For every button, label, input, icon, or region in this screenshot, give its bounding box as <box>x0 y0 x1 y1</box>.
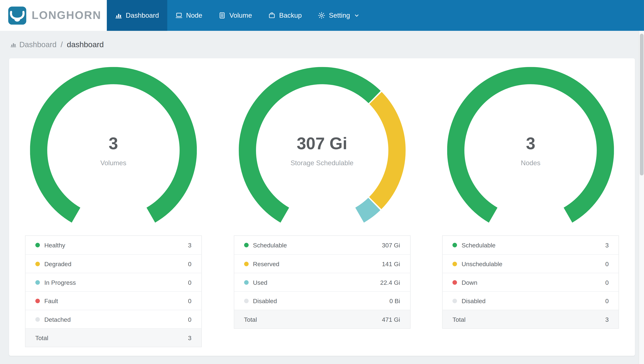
legend-label: Unschedulable <box>462 260 605 267</box>
legend-row: Degraded0 <box>25 254 201 273</box>
legend-row: Fault0 <box>25 291 201 310</box>
breadcrumb-separator: / <box>61 40 63 49</box>
gear-icon <box>318 12 325 19</box>
legend-value: 22.4 Gi <box>380 279 400 286</box>
legend-row: Unschedulable0 <box>443 254 618 273</box>
scrollbar-thumb[interactable] <box>640 34 643 176</box>
gauge-segment-healthy <box>39 76 188 215</box>
total-label: Total <box>35 334 188 341</box>
legend-dot <box>35 280 40 284</box>
legend-value: 141 Gi <box>382 260 400 267</box>
nav-item-label: Backup <box>279 12 302 19</box>
nav-item-volume[interactable]: Volume <box>210 0 260 31</box>
bar-chart-icon <box>115 12 122 19</box>
legend-row: Disabled0 Bi <box>234 291 410 310</box>
gauge-nodes: 3Nodes <box>447 67 614 234</box>
bar-chart-icon <box>10 42 16 48</box>
nav-item-label: Setting <box>329 12 350 19</box>
legend-dot <box>35 317 40 322</box>
legend-dot <box>35 243 40 248</box>
legend-total-row: Total3 <box>443 310 618 328</box>
legend-value: 0 <box>188 316 192 323</box>
gauge-segment-used <box>359 204 374 215</box>
nav-item-label: Dashboard <box>126 12 159 19</box>
nav-item-node[interactable]: Node <box>167 0 210 31</box>
node-icon <box>175 12 182 19</box>
legend-dot <box>35 298 40 303</box>
legend-total-row: Total471 Gi <box>234 310 410 328</box>
legend-label: Degraded <box>44 260 188 267</box>
legend-value: 0 <box>188 297 192 304</box>
total-value: 3 <box>605 316 609 323</box>
legend-table-volumes: Healthy3Degraded0In Progress0Fault0Detac… <box>25 236 202 347</box>
legend-value: 0 <box>188 260 192 267</box>
legend-row: Schedulable3 <box>443 236 618 254</box>
gauge-storage-schedulable: 307 GiStorage Schedulable <box>238 67 406 234</box>
legend-row: Reserved141 Gi <box>234 254 410 273</box>
legend-value: 3 <box>605 242 609 248</box>
legend-value: 307 Gi <box>382 242 400 248</box>
legend-row: Used22.4 Gi <box>234 273 410 291</box>
legend-value: 0 <box>605 279 609 286</box>
legend-label: Healthy <box>44 242 188 248</box>
main-nav: DashboardNodeVolumeBackupSetting <box>107 0 644 31</box>
nav-item-label: Volume <box>230 12 252 19</box>
gauge-panel-volumes: 3VolumesHealthy3Degraded0In Progress0Fau… <box>9 67 218 356</box>
gauge-segment-schedulable <box>247 76 374 215</box>
legend-row: Detached0 <box>25 310 201 328</box>
legend-label: Down <box>462 279 605 286</box>
scrollbar[interactable] <box>639 31 644 364</box>
legend-table-nodes: Schedulable3Unschedulable0Down0Disabled0… <box>442 236 619 329</box>
nav-item-label: Node <box>186 12 202 19</box>
legend-dot <box>452 280 457 284</box>
gauge-panel-storage-schedulable: 307 GiStorage SchedulableSchedulable307 … <box>218 67 426 356</box>
legend-row: Down0 <box>443 273 618 291</box>
nav-item-setting[interactable]: Setting <box>310 0 367 31</box>
top-bar: LONGHORN DashboardNodeVolumeBackupSettin… <box>0 0 644 31</box>
legend-label: In Progress <box>44 279 188 286</box>
nav-item-dashboard[interactable]: Dashboard <box>107 0 167 31</box>
legend-row: Disabled0 <box>443 291 618 310</box>
legend-label: Disabled <box>462 297 605 304</box>
breadcrumb: Dashboard / dashboard <box>0 31 644 58</box>
total-value: 3 <box>188 334 192 341</box>
longhorn-bull-icon <box>8 6 26 24</box>
legend-dot <box>244 262 248 266</box>
legend-table-storage-schedulable: Schedulable307 GiReserved141 GiUsed22.4 … <box>234 236 410 329</box>
legend-dot <box>452 243 457 248</box>
legend-dot <box>452 298 457 303</box>
legend-dot <box>35 262 40 266</box>
breadcrumb-root[interactable]: Dashboard <box>19 40 56 49</box>
nav-item-backup[interactable]: Backup <box>260 0 310 31</box>
legend-value: 0 <box>188 279 192 286</box>
legend-label: Reserved <box>253 260 382 267</box>
legend-value: 0 <box>605 260 609 267</box>
gauge-panel-nodes: 3NodesSchedulable3Unschedulable0Down0Dis… <box>426 67 635 356</box>
total-label: Total <box>452 316 605 323</box>
logo[interactable]: LONGHORN <box>0 0 107 31</box>
legend-label: Used <box>253 279 380 286</box>
legend-row: Schedulable307 Gi <box>234 236 410 254</box>
dashboard-card: 3VolumesHealthy3Degraded0In Progress0Fau… <box>9 58 635 356</box>
logo-text: LONGHORN <box>32 9 101 22</box>
gauge-arc-svg <box>30 67 197 234</box>
gauge-arc-svg <box>447 67 614 234</box>
legend-row: Healthy3 <box>25 236 201 254</box>
gauge-segment-schedulable <box>456 76 605 215</box>
longhorn-app: LONGHORN DashboardNodeVolumeBackupSettin… <box>0 0 644 364</box>
backup-icon <box>268 12 275 19</box>
volume-icon <box>219 12 226 19</box>
breadcrumb-current: dashboard <box>67 40 104 49</box>
total-label: Total <box>244 316 382 323</box>
legend-dot <box>244 280 248 284</box>
chevron-down-icon <box>354 13 359 18</box>
legend-label: Fault <box>44 297 188 304</box>
legend-dot <box>244 243 248 248</box>
gauge-arc-svg <box>238 67 406 234</box>
legend-label: Schedulable <box>253 242 382 248</box>
total-value: 471 Gi <box>382 316 400 323</box>
legend-label: Schedulable <box>462 242 605 248</box>
legend-value: 0 <box>605 297 609 304</box>
legend-label: Disabled <box>253 297 390 304</box>
legend-total-row: Total3 <box>25 328 201 347</box>
